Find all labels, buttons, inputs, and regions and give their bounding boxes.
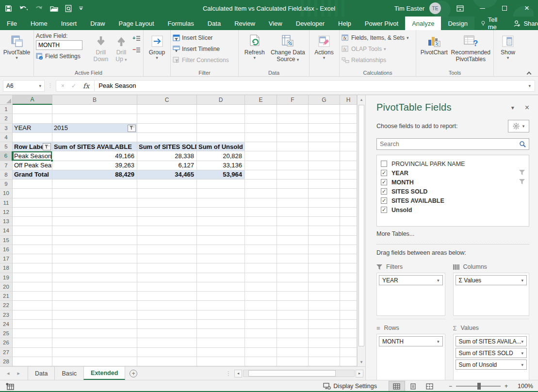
row-header-26[interactable]: 26	[0, 338, 13, 347]
hscroll-right-icon[interactable]: ▸	[356, 370, 363, 377]
cell-filter-icon[interactable]	[43, 143, 51, 150]
cell-F28[interactable]	[277, 357, 309, 366]
cell-C25[interactable]	[137, 329, 197, 338]
ribbon-tab-file[interactable]: File	[0, 16, 24, 30]
cell-C4[interactable]	[137, 133, 197, 142]
cell-B26[interactable]	[52, 338, 137, 347]
columns-pill-values[interactable]: Σ Values▾	[456, 275, 527, 285]
zoom-level[interactable]: 100%	[515, 383, 533, 390]
cell-G8[interactable]	[309, 170, 340, 180]
cell-H9[interactable]	[340, 180, 357, 189]
cell-A5[interactable]: Row Labels	[13, 142, 52, 151]
cell-D2[interactable]	[197, 114, 245, 123]
ribbon-tab-page-layout[interactable]: Page Layout	[112, 16, 161, 30]
cell-H12[interactable]	[340, 208, 357, 217]
cell-B15[interactable]	[52, 236, 137, 245]
ribbon-tab-formulas[interactable]: Formulas	[161, 16, 201, 30]
cell-C10[interactable]	[137, 189, 197, 198]
cell-E18[interactable]	[245, 263, 277, 273]
cell-D5[interactable]: Sum of Unsold	[197, 142, 245, 151]
macro-record-icon[interactable]	[6, 383, 14, 390]
row-header-28[interactable]: 28	[0, 357, 13, 366]
cell-A18[interactable]	[13, 263, 52, 273]
row-header-7[interactable]: 7	[0, 161, 13, 170]
field-checkbox[interactable]: ✓	[381, 188, 387, 195]
row-header-14[interactable]: 14	[0, 226, 13, 235]
cell-H4[interactable]	[340, 133, 357, 142]
cell-D3[interactable]	[197, 124, 245, 133]
cell-A8[interactable]: Grand Total	[13, 170, 52, 180]
ribbon-tab-review[interactable]: Review	[228, 16, 262, 30]
search-input[interactable]	[380, 141, 519, 147]
cell-H6[interactable]	[340, 151, 357, 161]
collapse-ribbon-icon[interactable]	[527, 71, 532, 74]
insert-function-icon[interactable]: fx	[83, 82, 89, 90]
row-header-22[interactable]: 22	[0, 301, 13, 310]
cell-C15[interactable]	[137, 236, 197, 245]
save-icon[interactable]	[5, 5, 12, 12]
cell-A17[interactable]	[13, 254, 52, 263]
cell-A10[interactable]	[13, 189, 52, 198]
row-header-5[interactable]: 5	[0, 142, 13, 151]
cell-F11[interactable]	[277, 198, 309, 208]
cell-F6[interactable]	[277, 151, 309, 161]
horizontal-scroll-thumb[interactable]	[248, 370, 336, 376]
cell-H24[interactable]	[340, 320, 357, 329]
display-settings-button[interactable]: Display Settings	[323, 383, 377, 390]
cell-D14[interactable]	[197, 226, 245, 235]
name-box-dropdown-icon[interactable]: ▾	[39, 84, 41, 88]
row-header-15[interactable]: 15	[0, 236, 13, 245]
horizontal-scrollbar[interactable]	[243, 370, 355, 377]
ribbon-display-options-icon[interactable]	[449, 0, 471, 16]
cell-C1[interactable]	[137, 105, 197, 114]
new-sheet-button[interactable]: +	[125, 367, 142, 380]
cell-E17[interactable]	[245, 254, 277, 263]
cell-D9[interactable]	[197, 180, 245, 189]
cell-D22[interactable]	[197, 301, 245, 310]
ribbon-tab-developer[interactable]: Developer	[289, 16, 331, 30]
cell-F18[interactable]	[277, 263, 309, 273]
tell-me-button[interactable]: Tell me	[474, 16, 507, 30]
column-header-b[interactable]: B	[52, 95, 137, 105]
field-checkbox[interactable]: ✓	[381, 207, 387, 213]
cell-G17[interactable]	[309, 254, 340, 263]
cell-A24[interactable]	[13, 320, 52, 329]
cell-D20[interactable]	[197, 282, 245, 292]
cell-F1[interactable]	[277, 105, 309, 114]
cell-E27[interactable]	[245, 348, 277, 357]
collapse-field-icon[interactable]: −	[132, 47, 140, 55]
pill-dropdown-icon[interactable]: ▾	[521, 340, 523, 343]
cell-F14[interactable]	[277, 226, 309, 235]
cell-A14[interactable]	[13, 226, 52, 235]
filters-area[interactable]: Filters YEAR▾	[376, 261, 445, 319]
cell-E3[interactable]	[245, 124, 277, 133]
cell-H28[interactable]	[340, 357, 357, 366]
cell-B4[interactable]	[52, 133, 137, 142]
group-button[interactable]: Group ▾	[146, 32, 168, 60]
cell-G22[interactable]	[309, 301, 340, 310]
row-header-23[interactable]: 23	[0, 310, 13, 320]
row-header-20[interactable]: 20	[0, 282, 13, 292]
rows-area[interactable]: ≡ Rows MONTH▾	[376, 322, 445, 385]
cell-G2[interactable]	[309, 114, 340, 123]
cell-E14[interactable]	[245, 226, 277, 235]
ribbon-tab-data[interactable]: Data	[201, 16, 228, 30]
row-header-6[interactable]: 6	[0, 151, 13, 161]
cell-B13[interactable]	[52, 217, 137, 226]
actions-button[interactable]: Actions ▾	[311, 32, 337, 60]
cell-C16[interactable]	[137, 245, 197, 254]
column-header-d[interactable]: D	[197, 95, 245, 105]
page-break-preview-button[interactable]	[422, 381, 438, 392]
user-name[interactable]: Tim Easter	[394, 5, 424, 12]
more-tables-link[interactable]: More Tables...	[376, 230, 529, 237]
cell-G26[interactable]	[309, 338, 340, 347]
cell-F24[interactable]	[277, 320, 309, 329]
cell-E10[interactable]	[245, 189, 277, 198]
cell-filter-icon[interactable]	[128, 125, 136, 132]
cell-B1[interactable]	[52, 105, 137, 114]
show-button[interactable]: Show ▾	[496, 32, 520, 60]
cell-A3[interactable]: YEAR	[13, 124, 52, 133]
cell-G19[interactable]	[309, 273, 340, 282]
cell-C24[interactable]	[137, 320, 197, 329]
field-item-month[interactable]: ✓MONTH	[381, 178, 525, 187]
